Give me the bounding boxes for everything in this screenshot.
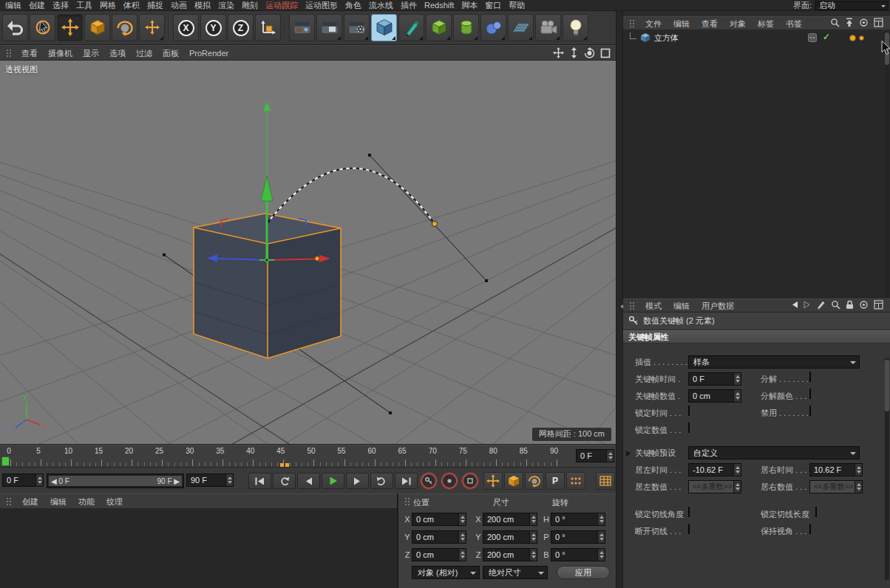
menubar-item[interactable]: 创建 xyxy=(25,0,49,10)
record-rotation-toggle[interactable] xyxy=(525,472,544,490)
end-frame-field[interactable]: 90 F xyxy=(186,474,234,487)
coord-system-button[interactable] xyxy=(255,14,281,41)
orbit-view-icon[interactable] xyxy=(584,47,595,58)
panel-layout-icon[interactable] xyxy=(874,300,883,311)
interpolation-select[interactable]: 样条 xyxy=(688,355,860,369)
scrollbar-thumb[interactable] xyxy=(885,360,889,411)
coordinate-mode-select[interactable]: 对象 (相对) xyxy=(412,566,480,579)
scale-tool-button[interactable] xyxy=(84,14,110,41)
spinner[interactable] xyxy=(733,373,741,385)
menubar-item[interactable]: 网格 xyxy=(96,0,120,10)
lock-tangent-length-checkbox[interactable] xyxy=(815,507,817,517)
floor-button[interactable] xyxy=(508,14,534,41)
menubar-item[interactable]: 体积 xyxy=(120,0,143,10)
panel-grip-icon[interactable] xyxy=(629,301,636,310)
lock-tangent-angle-checkbox[interactable] xyxy=(688,507,690,517)
history-forward-icon[interactable] xyxy=(804,301,811,310)
object-manager-menu-item[interactable]: 查看 xyxy=(696,18,724,29)
panel-grip-icon[interactable] xyxy=(629,19,636,28)
key-value-input[interactable]: 0 cm xyxy=(688,389,741,403)
search-icon[interactable] xyxy=(830,18,840,29)
record-parameter-toggle[interactable]: P xyxy=(546,472,565,490)
panel-grip-icon[interactable] xyxy=(6,497,13,506)
spinner[interactable] xyxy=(606,450,614,462)
size-input[interactable]: 200 cm xyxy=(483,530,537,544)
lock-time-checkbox[interactable] xyxy=(688,406,690,416)
path-up-icon[interactable] xyxy=(845,18,854,29)
menubar-item[interactable]: 脚本 xyxy=(458,0,481,10)
light-button[interactable] xyxy=(563,14,588,41)
object-manager-menu-item[interactable]: 标签 xyxy=(752,18,780,29)
record-pla-toggle[interactable] xyxy=(566,472,585,490)
menubar-item[interactable]: 运动图形 xyxy=(302,0,342,10)
record-keyframe-button[interactable] xyxy=(420,472,438,490)
object-name[interactable]: 立方体 xyxy=(654,33,679,44)
render-settings-button[interactable] xyxy=(344,14,370,41)
pan-view-icon[interactable] xyxy=(553,47,564,58)
subdivision-button[interactable] xyxy=(426,14,452,41)
last-tool-button[interactable] xyxy=(139,14,165,41)
spinner[interactable] xyxy=(35,474,43,486)
attribute-menu-item[interactable]: 编辑 xyxy=(668,301,696,311)
pin-icon[interactable] xyxy=(816,300,826,311)
target-icon[interactable] xyxy=(859,18,869,29)
menubar-item[interactable]: 渲染 xyxy=(214,0,238,10)
search-icon[interactable] xyxy=(831,300,840,311)
add-cube-button[interactable] xyxy=(371,14,397,41)
viewport-menu-item[interactable]: 查看 xyxy=(16,48,43,58)
menubar-item[interactable]: 插件 xyxy=(397,0,421,10)
object-manager-menu-item[interactable]: 对象 xyxy=(724,18,752,29)
position-input[interactable]: 0 cm xyxy=(412,513,466,526)
keyframe-selection-button[interactable] xyxy=(461,472,479,490)
object-list[interactable]: 立方体 ✓ xyxy=(623,31,890,298)
viewport-menu-item[interactable]: 面板 xyxy=(157,48,184,58)
lock-icon[interactable] xyxy=(846,300,854,311)
menubar-item[interactable]: Redshift xyxy=(421,0,458,10)
render-picture-viewer-button[interactable] xyxy=(316,14,342,41)
viewport-menu-item[interactable]: 摄像机 xyxy=(43,48,78,58)
lock-z-button[interactable]: Z xyxy=(228,14,254,41)
object-layer-icon[interactable] xyxy=(808,33,817,44)
frame-spinner[interactable]: 0 F xyxy=(576,449,614,462)
spinner[interactable] xyxy=(458,513,466,525)
maximize-view-icon[interactable] xyxy=(600,48,611,58)
object-list-scrollbar[interactable] xyxy=(885,31,889,298)
spinner[interactable] xyxy=(855,481,862,493)
material-menu-item[interactable]: 功能 xyxy=(72,496,101,507)
menubar-item[interactable]: 模拟 xyxy=(191,0,214,10)
menubar-item[interactable]: 角色 xyxy=(342,0,365,10)
previous-frame-button[interactable] xyxy=(297,473,320,489)
object-manager-menu-item[interactable]: 书签 xyxy=(780,18,808,29)
attribute-scrollbar[interactable] xyxy=(885,358,889,580)
object-enabled-check-icon[interactable]: ✓ xyxy=(823,32,830,42)
lock-value-checkbox[interactable] xyxy=(688,423,690,433)
preview-range-slider[interactable]: ◀ 0 F 90 F ▶ xyxy=(47,474,184,488)
keyframe-track-dot-icon[interactable] xyxy=(849,35,856,41)
mute-checkbox[interactable] xyxy=(809,406,811,416)
panel-grip-icon[interactable] xyxy=(404,497,411,506)
rotation-input[interactable]: 0 ° xyxy=(551,513,605,526)
size-mode-select[interactable]: 绝对尺寸 xyxy=(483,566,548,579)
interface-select[interactable]: 启动 xyxy=(815,1,889,10)
material-menu-item[interactable]: 创建 xyxy=(16,496,44,507)
undo-button[interactable] xyxy=(2,14,28,41)
attribute-menu-item[interactable]: 模式 xyxy=(639,301,668,311)
goto-start-button[interactable] xyxy=(248,473,271,489)
dolly-view-icon[interactable] xyxy=(569,47,579,58)
target-icon[interactable] xyxy=(859,300,869,311)
expander-icon[interactable] xyxy=(626,451,633,457)
menubar-item[interactable]: 选择 xyxy=(49,0,72,10)
menubar-item[interactable]: 流水线 xyxy=(365,0,397,10)
attribute-menu-item[interactable]: 用户数据 xyxy=(696,301,740,311)
rotation-input[interactable]: 0 ° xyxy=(551,530,605,544)
metaball-button[interactable] xyxy=(480,14,506,41)
size-input[interactable]: 200 cm xyxy=(483,548,537,561)
history-back-icon[interactable] xyxy=(791,301,798,310)
play-loop-button[interactable] xyxy=(370,473,393,489)
panel-divider[interactable] xyxy=(616,11,623,588)
key-time-input[interactable]: 0 F xyxy=(688,372,741,386)
left-value-input[interactable]: <<多重数>> xyxy=(688,480,741,493)
keyframe-track-dot-small-icon[interactable] xyxy=(859,35,864,41)
breakdown-checkbox[interactable] xyxy=(809,372,811,382)
generator-button[interactable] xyxy=(453,14,479,41)
